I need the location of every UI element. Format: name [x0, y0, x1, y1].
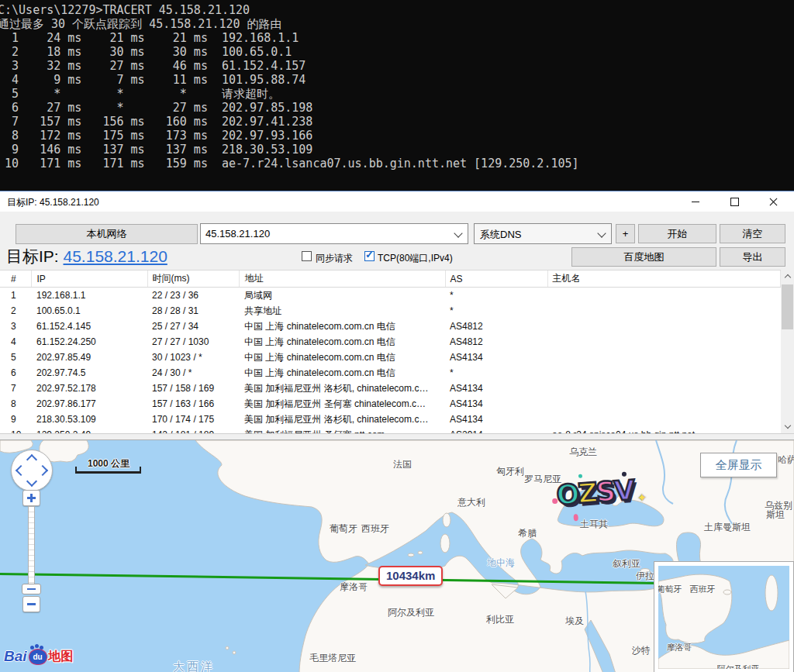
table-row[interactable]: 461.152.24.250 27 / 27 / 1030中国 上海 china… [0, 334, 781, 350]
inset-label-morocco: 摩洛哥 [667, 642, 692, 653]
pan-left-icon[interactable] [16, 465, 26, 476]
table-scrollbar[interactable] [781, 270, 794, 433]
scrollbar-thumb[interactable] [782, 284, 793, 329]
plus-icon [30, 494, 33, 502]
target-ip-link[interactable]: 45.158.21.120 [64, 247, 167, 265]
baidu-map-button[interactable]: 百度地图 [571, 247, 716, 267]
baidu-logo-text: Bai [4, 648, 27, 665]
table-row[interactable]: 361.152.4.145 25 / 27 / 34中国 上海 chinatel… [0, 319, 781, 334]
watermark-letter: V [613, 474, 634, 507]
map-pan-control[interactable] [11, 450, 53, 491]
map-label-spain: 西班牙 [361, 522, 389, 536]
baidu-logo[interactable]: Bai du 地图 [4, 648, 74, 665]
divider [0, 433, 794, 439]
inset-label-algeria: 阿尔及利亚 [717, 663, 760, 669]
target-ip-combobox[interactable] [200, 223, 468, 244]
terminal-line: 5 * * * 请求超时。 [0, 87, 794, 101]
map-label-ukraine: 乌克兰 [569, 446, 597, 459]
baidu-map-panel[interactable]: 乌克兰 法国 匈牙利 罗马尼亚 意大利 葡萄牙 西班牙 希腊 土耳其 土库曼斯坦… [0, 439, 794, 672]
chevron-down-icon[interactable] [454, 229, 462, 237]
zoom-slider-thumb[interactable] [22, 584, 41, 594]
start-button[interactable]: 开始 [638, 224, 716, 243]
add-target-button[interactable]: + [616, 224, 635, 243]
map-label-turkey: 土耳其 [580, 518, 608, 531]
inset-label-portugal: 葡萄牙 [658, 584, 682, 595]
pan-down-icon[interactable] [26, 476, 37, 487]
watermark-letter: Z [577, 477, 597, 509]
table-row[interactable]: 8202.97.86.177 157 / 163 / 166美国 加利福尼亚州 … [0, 396, 781, 412]
chevron-down-icon[interactable] [597, 229, 606, 237]
target-ip-label: 目标IP: [6, 247, 64, 265]
map-label-morocco: 摩洛哥 [340, 581, 368, 594]
local-network-button[interactable]: 本机网络 [16, 224, 198, 244]
baidu-logo-map-text: 地图 [49, 649, 74, 665]
table-row[interactable]: 5202.97.85.49 30 / 1023 / *中国 上海 chinate… [0, 350, 781, 365]
minimize-icon [692, 202, 699, 202]
table-row[interactable]: 9218.30.53.109 170 / 174 / 175美国 加利福尼亚州 … [0, 412, 781, 427]
clear-button[interactable]: 清空 [720, 224, 785, 243]
map-label-mauritania: 毛里塔尼亚 [309, 652, 356, 665]
maximize-icon [730, 198, 739, 206]
col-header-as[interactable]: AS [445, 271, 547, 288]
inset-overview-map[interactable]: 葡萄牙 西班牙 摩洛哥 阿尔及利亚 [654, 561, 794, 672]
sparkle-icon: ✦ [637, 491, 647, 505]
zoom-slider-track[interactable] [28, 506, 35, 586]
target-ip-input[interactable] [201, 224, 450, 243]
col-header-host[interactable]: 主机名 [547, 271, 781, 288]
watermark-letter: O [555, 478, 578, 511]
trace-app-window: 目标IP: 45.158.21.120 本机网络 系统DNS + 开始 清空 目… [0, 191, 794, 672]
fullscreen-button[interactable]: 全屏显示 [700, 453, 777, 477]
map-label-uzbekistan-2: 斯坦 [766, 508, 785, 522]
pan-up-icon[interactable] [26, 454, 37, 465]
terminal-line: 通过最多 30 个跃点跟踪到 45.158.21.120 的路由 [0, 17, 794, 31]
table-row[interactable]: 7202.97.52.178 157 / 158 / 169美国 加利福尼亚州 … [0, 381, 781, 396]
col-header-ip[interactable]: IP [31, 271, 147, 288]
scroll-up-icon[interactable] [781, 270, 794, 283]
pan-right-icon[interactable] [37, 465, 48, 476]
maximize-button[interactable] [715, 191, 754, 212]
close-icon [769, 198, 778, 206]
minimize-button[interactable] [676, 191, 715, 212]
map-label-hungary: 匈牙利 [496, 465, 524, 478]
table-row[interactable]: 2100.65.0.1 28 / 28 / 31共享地址 * [0, 303, 781, 319]
col-header-num[interactable]: # [0, 271, 31, 288]
table-row[interactable]: 10129.250.2.49 142 / 181 / 189美国 加利福尼亚州 … [0, 427, 781, 433]
close-button[interactable] [754, 191, 792, 212]
inset-label-spain: 西班牙 [690, 584, 716, 595]
export-button[interactable]: 导出 [720, 247, 785, 267]
window-title: 目标IP: 45.158.21.120 [7, 196, 99, 209]
hop-table: # IP 时间(ms) 地址 AS 主机名 1192.168.1.1 22 / … [0, 270, 794, 433]
map-label-saudi: 沙特 [632, 644, 651, 657]
col-header-time[interactable]: 时间(ms) [147, 271, 239, 288]
zoom-out-button[interactable] [22, 596, 40, 612]
titlebar[interactable]: 目标IP: 45.158.21.120 [0, 191, 794, 212]
scroll-down-icon[interactable] [781, 420, 794, 433]
tcp-checkbox[interactable]: ✓ [364, 251, 375, 261]
terminal-line: 3 32 ms 27 ms 46 ms 61.152.4.157 [0, 59, 794, 73]
zoom-in-button[interactable] [22, 490, 40, 506]
terminal-line: 6 27 ms * 27 ms 202.97.85.198 [0, 101, 794, 115]
sticker-splash [573, 514, 578, 521]
terminal-line: 9 146 ms 137 ms 137 ms 218.30.53.109 [0, 143, 794, 157]
watermark-letter: S [595, 476, 615, 508]
map-label-portugal: 葡萄牙 [330, 522, 357, 536]
table-row[interactable]: 6202.97.74.5 24 / 30 / *中国 上海 chinatelec… [0, 365, 781, 381]
tcp-checkbox-label: TCP(80端口,IPv4) [378, 252, 453, 265]
map-label-kazakhstan: 哈萨 [778, 453, 794, 467]
terminal-line: 4 9 ms 7 ms 11 ms 101.95.88.74 [0, 73, 794, 87]
baidu-logo-du: du [33, 653, 42, 661]
map-label-atlantic: 大西洋 [173, 660, 215, 672]
table-header-row: # IP 时间(ms) 地址 AS 主机名 [0, 271, 781, 288]
map-label-italy: 意大利 [457, 496, 485, 509]
distance-label: 10434km [378, 566, 443, 586]
map-label-algeria: 阿尔及利亚 [388, 606, 434, 619]
sync-request-checkbox[interactable] [302, 251, 312, 261]
map-label-iraq: 伊拉 [636, 570, 654, 583]
map-scale-bar [75, 471, 141, 474]
col-header-addr[interactable]: 地址 [239, 271, 445, 288]
table-row[interactable]: 1192.168.1.1 22 / 23 / 36局域网 * [0, 288, 781, 304]
terminal-line: 10 171 ms 171 ms 159 ms ae-7.r24.lsanca0… [0, 157, 794, 171]
sync-request-label: 同步请求 [316, 252, 353, 265]
dns-combobox[interactable]: 系统DNS [474, 223, 612, 244]
map-scale-label: 1000 公里 [88, 457, 129, 470]
